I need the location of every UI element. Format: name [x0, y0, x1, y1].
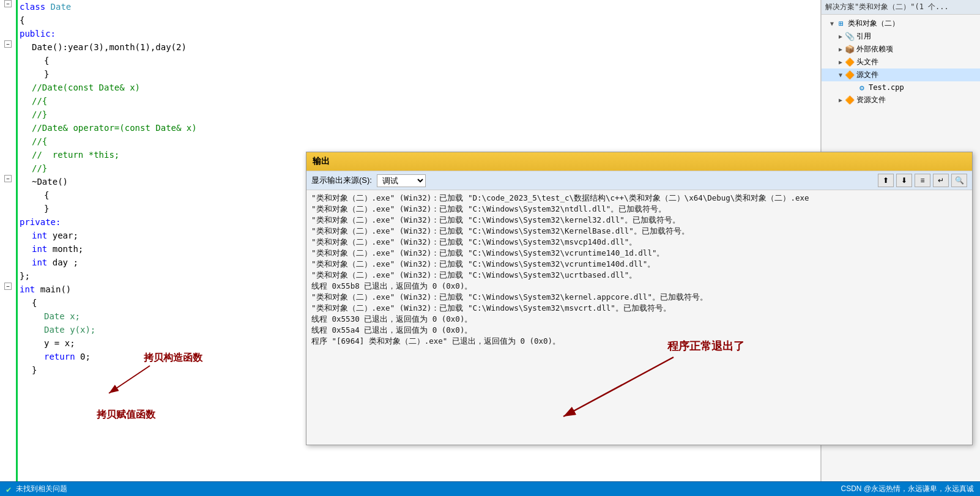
output-line: "类和对象（二）.exe" (Win32)：已加载 "C:\Windows\Sy…	[311, 248, 967, 259]
status-text: 未找到相关问题	[16, 484, 67, 494]
collapse-btn[interactable]: −	[0, 175, 16, 182]
tree-item-extdeps[interactable]: ▶ 📦 外部依赖项	[822, 43, 980, 56]
status-left: ✔ 未找到相关问题	[6, 484, 67, 494]
header-icon: 🔶	[845, 57, 855, 67]
source-select[interactable]: 调试	[377, 174, 426, 187]
tree-label-ext: 外部依赖项	[856, 44, 893, 54]
solution-header: 解决方案"类和对象（二）"(1 个...	[822, 0, 980, 15]
code-line: //{	[20, 135, 820, 148]
output-line: "类和对象（二）.exe" (Win32)：已加载 "D:\code_2023_…	[311, 193, 967, 204]
toolbar-buttons: ⬆ ⬇ ≡ ↵ 🔍	[877, 174, 967, 187]
code-line: − class Date	[20, 0, 820, 13]
code-line: − Date():year(3),month(1),day(2)	[20, 40, 820, 54]
output-line: 线程 0x5530 已退出，返回值为 0 (0x0)。	[311, 314, 967, 325]
output-line: 线程 0x55b8 已退出，返回值为 0 (0x0)。	[311, 281, 967, 292]
source-label: 显示输出来源(S):	[311, 175, 372, 186]
expand-arrow-ref: ▶	[836, 32, 845, 41]
output-toolbar: 显示输出来源(S): 调试 ⬆ ⬇ ≡ ↵ 🔍	[306, 171, 972, 190]
output-panel: 输出 显示输出来源(S): 调试 ⬆ ⬇ ≡ ↵ 🔍 "类和对象（二）.exe"…	[306, 152, 973, 445]
toolbar-btn-5[interactable]: 🔍	[951, 174, 967, 187]
tree-item-headers[interactable]: ▶ 🔶 头文件	[822, 56, 980, 68]
output-line: "类和对象（二）.exe" (Win32)：已加载 "C:\Windows\Sy…	[311, 215, 967, 226]
res-icon: 🔶	[845, 95, 855, 105]
code-line: {	[20, 13, 820, 27]
code-line: {	[20, 54, 820, 67]
code-line: //Date(const Date& x)	[20, 81, 820, 94]
tree-item-resfiles[interactable]: ▶ 🔶 资源文件	[822, 94, 980, 106]
collapse-btn[interactable]: −	[0, 40, 16, 48]
expand-arrow-ext: ▶	[836, 45, 845, 54]
code-line: //{	[20, 94, 820, 108]
output-line: 程序 "[6964] 类和对象（二）.exe" 已退出，返回值为 0 (0x0)…	[311, 336, 967, 347]
output-line: "类和对象（二）.exe" (Win32)：已加载 "C:\Windows\Sy…	[311, 292, 967, 303]
tree-label-hdr: 头文件	[856, 57, 878, 67]
code-line: //}	[20, 108, 820, 121]
output-line: "类和对象（二）.exe" (Win32)：已加载 "C:\Windows\Sy…	[311, 226, 967, 237]
output-title: 输出	[306, 152, 972, 171]
tree-item-solution[interactable]: ▼ ⊞ 类和对象（二）	[822, 17, 980, 30]
toolbar-btn-2[interactable]: ⬇	[896, 174, 912, 187]
toolbar-btn-1[interactable]: ⬆	[878, 174, 894, 187]
main-area: − class Date { public: − Date():year(3),…	[0, 0, 980, 481]
output-line: 线程 0x55a4 已退出，返回值为 0 (0x0)。	[311, 325, 967, 336]
status-bar: ✔ 未找到相关问题 CSDN @永远热情，永远谦卑，永远真诚	[0, 481, 980, 496]
expand-arrow: ▼	[828, 20, 836, 28]
tree-label-ref: 引用	[856, 31, 871, 42]
toolbar-btn-4[interactable]: ↵	[933, 174, 949, 187]
expand-arrow-res: ▶	[836, 96, 845, 105]
cpp-icon: ⚙	[857, 83, 867, 92]
code-line: }	[20, 67, 820, 81]
code-line: //Date& operator=(const Date& x)	[20, 121, 820, 135]
output-line: "类和对象（二）.exe" (Win32)：已加载 "C:\Windows\Sy…	[311, 303, 967, 314]
status-check-icon: ✔	[6, 484, 11, 494]
tree-label-cpp: Test.cpp	[869, 83, 904, 92]
extdep-icon: 📦	[845, 45, 855, 54]
solution-icon: ⊞	[836, 19, 846, 29]
status-watermark: CSDN @永远热情，永远谦卑，永远真诚	[841, 484, 974, 494]
output-line: "类和对象（二）.exe" (Win32)：已加载 "C:\Windows\Sy…	[311, 204, 967, 215]
tree-label-src: 源文件	[856, 70, 878, 80]
ref-icon: 📎	[845, 32, 855, 42]
tree-item-ref[interactable]: ▶ 📎 引用	[822, 30, 980, 43]
toolbar-btn-3[interactable]: ≡	[915, 174, 930, 187]
expand-arrow-hdr: ▶	[836, 58, 845, 67]
collapse-btn[interactable]: −	[0, 283, 16, 290]
output-line: "类和对象（二）.exe" (Win32)：已加载 "C:\Windows\Sy…	[311, 259, 967, 270]
output-line: "类和对象（二）.exe" (Win32)：已加载 "C:\Windows\Sy…	[311, 237, 967, 248]
src-icon: 🔶	[845, 70, 855, 80]
collapse-btn[interactable]: −	[0, 0, 16, 7]
output-content[interactable]: "类和对象（二）.exe" (Win32)：已加载 "D:\code_2023_…	[306, 190, 972, 445]
tree-item-srcfiles[interactable]: ▼ 🔶 源文件	[822, 68, 980, 81]
expand-arrow-src: ▼	[836, 71, 845, 80]
output-annotation: 程序正常退出了	[667, 339, 744, 353]
code-line: public:	[20, 27, 820, 40]
tree-label: 类和对象（二）	[848, 18, 899, 29]
output-line: "类和对象（二）.exe" (Win32)：已加载 "C:\Windows\Sy…	[311, 270, 967, 281]
tree-item-testcpp[interactable]: ▶ ⚙ Test.cpp	[822, 81, 980, 94]
tree-label-res: 资源文件	[856, 95, 886, 105]
